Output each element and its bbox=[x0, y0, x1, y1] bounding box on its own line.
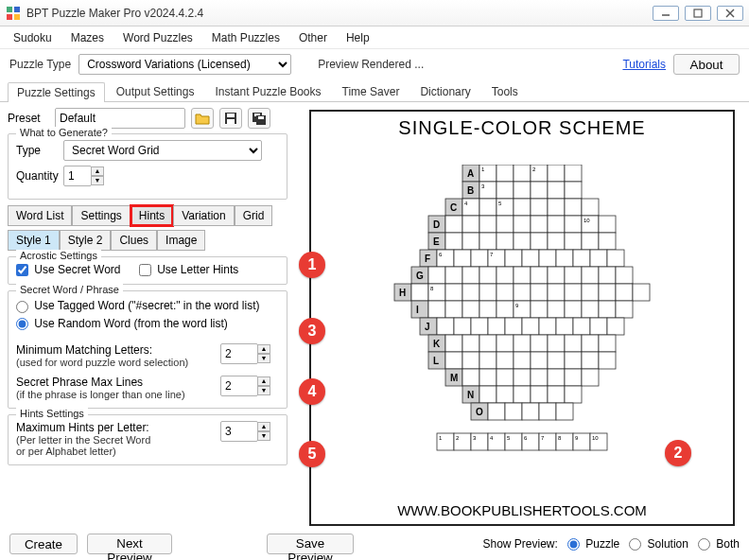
puzzle-type-select[interactable]: Crossword Variations (Licensed) bbox=[78, 54, 291, 75]
svg-rect-129 bbox=[582, 301, 599, 318]
svg-rect-166 bbox=[565, 352, 582, 369]
svg-text:D: D bbox=[433, 219, 440, 230]
svg-text:O: O bbox=[476, 407, 483, 417]
svg-rect-75 bbox=[454, 250, 471, 267]
svg-rect-61 bbox=[445, 233, 462, 250]
svg-rect-178 bbox=[582, 369, 599, 386]
svg-rect-108 bbox=[496, 284, 514, 301]
tutorials-link[interactable]: Tutorials bbox=[622, 58, 666, 71]
svg-rect-106 bbox=[462, 284, 479, 301]
svg-rect-2 bbox=[7, 14, 12, 20]
svg-rect-185 bbox=[548, 386, 565, 403]
tab-grid[interactable]: Grid bbox=[235, 205, 273, 226]
svg-rect-160 bbox=[462, 352, 479, 369]
menu-help[interactable]: Help bbox=[346, 31, 370, 44]
svg-rect-32 bbox=[548, 182, 565, 199]
menu-word-puzzles[interactable]: Word Puzzles bbox=[123, 31, 193, 44]
opt-random-word[interactable]: Use Random Word (from the word list) bbox=[16, 317, 228, 330]
svg-rect-95 bbox=[548, 267, 565, 284]
svg-rect-93 bbox=[514, 267, 531, 284]
tab-dictionary[interactable]: Dictionary bbox=[410, 81, 479, 101]
svg-rect-139 bbox=[522, 318, 539, 335]
svg-rect-88 bbox=[428, 267, 445, 284]
tab-clues[interactable]: Clues bbox=[111, 230, 157, 251]
svg-rect-20 bbox=[514, 165, 531, 182]
svg-rect-91 bbox=[479, 267, 496, 284]
quantity-spinner[interactable]: ▲▼ bbox=[63, 166, 104, 186]
svg-text:N: N bbox=[467, 390, 474, 400]
min-matching-spinner[interactable]: ▲▼ bbox=[220, 343, 270, 364]
svg-rect-24 bbox=[565, 165, 582, 182]
svg-rect-14 bbox=[258, 116, 264, 119]
max-hints-spinner[interactable]: ▲▼ bbox=[220, 421, 270, 442]
svg-rect-90 bbox=[462, 267, 479, 284]
svg-rect-33 bbox=[565, 182, 582, 199]
svg-rect-183 bbox=[514, 386, 531, 403]
type-select[interactable]: Secret Word Grid bbox=[63, 140, 262, 161]
svg-text:M: M bbox=[450, 373, 458, 383]
preset-input[interactable] bbox=[55, 108, 185, 129]
preview-both-radio[interactable]: Both bbox=[698, 537, 740, 551]
minimize-button[interactable] bbox=[653, 6, 679, 21]
app-icon bbox=[6, 6, 21, 21]
titlebar: BPT Puzzle Maker Pro v2024.4.2.4 bbox=[0, 0, 749, 26]
inner-tabs-1: Word List Settings Hints Variation Grid bbox=[8, 205, 287, 226]
svg-rect-99 bbox=[616, 267, 633, 284]
svg-rect-3 bbox=[14, 14, 20, 20]
svg-rect-54 bbox=[548, 216, 565, 233]
preview-puzzle-radio[interactable]: Puzzle bbox=[567, 537, 619, 551]
create-button[interactable]: Create bbox=[9, 534, 78, 554]
close-button[interactable] bbox=[717, 6, 743, 21]
callout-3: 3 bbox=[299, 318, 325, 344]
opt-tagged-word[interactable]: Use Tagged Word ("#secret:" in the word … bbox=[16, 299, 260, 312]
menu-mazes[interactable]: Mazes bbox=[71, 31, 104, 44]
svg-rect-92 bbox=[496, 267, 514, 284]
save-all-preset-button[interactable] bbox=[248, 108, 270, 129]
svg-rect-51 bbox=[496, 216, 514, 233]
svg-rect-52 bbox=[514, 216, 531, 233]
maximize-button[interactable] bbox=[685, 6, 711, 21]
preview-url: WWW.BOOKPUBLISHERTOOLS.COM bbox=[311, 502, 733, 518]
svg-rect-151 bbox=[514, 335, 531, 352]
tab-tools[interactable]: Tools bbox=[482, 81, 528, 101]
menu-math-puzzles[interactable]: Math Puzzles bbox=[212, 31, 280, 44]
svg-rect-177 bbox=[565, 369, 582, 386]
svg-rect-97 bbox=[582, 267, 599, 284]
svg-rect-171 bbox=[462, 369, 479, 386]
tab-time-saver[interactable]: Time Saver bbox=[333, 81, 409, 101]
about-button[interactable]: About bbox=[673, 54, 740, 75]
svg-text:C: C bbox=[450, 202, 457, 213]
svg-rect-50 bbox=[479, 216, 496, 233]
tab-settings[interactable]: Settings bbox=[72, 205, 130, 226]
svg-text:F: F bbox=[425, 254, 430, 264]
next-preview-button[interactable]: Next Preview bbox=[87, 534, 172, 554]
use-letter-hints-checkbox[interactable]: Use Letter Hints bbox=[139, 263, 238, 276]
tab-puzzle-settings[interactable]: Puzzle Settings bbox=[8, 82, 105, 102]
tab-instant-books[interactable]: Instant Puzzle Books bbox=[205, 81, 330, 101]
tab-image[interactable]: Image bbox=[157, 230, 205, 251]
menu-other[interactable]: Other bbox=[299, 31, 327, 44]
tab-variation[interactable]: Variation bbox=[173, 205, 234, 226]
save-preset-button[interactable] bbox=[219, 108, 242, 129]
secret-group-title: Secret Word / Phrase bbox=[16, 284, 123, 295]
open-preset-button[interactable] bbox=[191, 108, 214, 129]
tab-style1[interactable]: Style 1 bbox=[8, 230, 60, 251]
tab-style2[interactable]: Style 2 bbox=[60, 230, 112, 251]
tab-word-list[interactable]: Word List bbox=[8, 205, 72, 226]
min-matching-label: Minimum Matching Letters: bbox=[16, 343, 215, 357]
svg-text:A: A bbox=[467, 168, 474, 179]
max-lines-spinner[interactable]: ▲▼ bbox=[220, 376, 270, 396]
svg-rect-68 bbox=[565, 233, 582, 250]
save-preview-button[interactable]: Save Preview bbox=[267, 534, 354, 554]
svg-rect-19 bbox=[496, 165, 514, 182]
svg-rect-81 bbox=[539, 250, 556, 267]
menu-sudoku[interactable]: Sudoku bbox=[13, 31, 52, 44]
svg-rect-48 bbox=[445, 216, 462, 233]
svg-rect-143 bbox=[590, 318, 607, 335]
preview-solution-radio[interactable]: Solution bbox=[629, 537, 688, 551]
tab-hints[interactable]: Hints bbox=[131, 205, 173, 226]
top-toolbar: Puzzle Type Crossword Variations (Licens… bbox=[0, 49, 749, 79]
tab-output-settings[interactable]: Output Settings bbox=[107, 81, 204, 101]
svg-rect-84 bbox=[590, 250, 607, 267]
use-secret-word-checkbox[interactable]: Use Secret Word bbox=[16, 263, 121, 276]
